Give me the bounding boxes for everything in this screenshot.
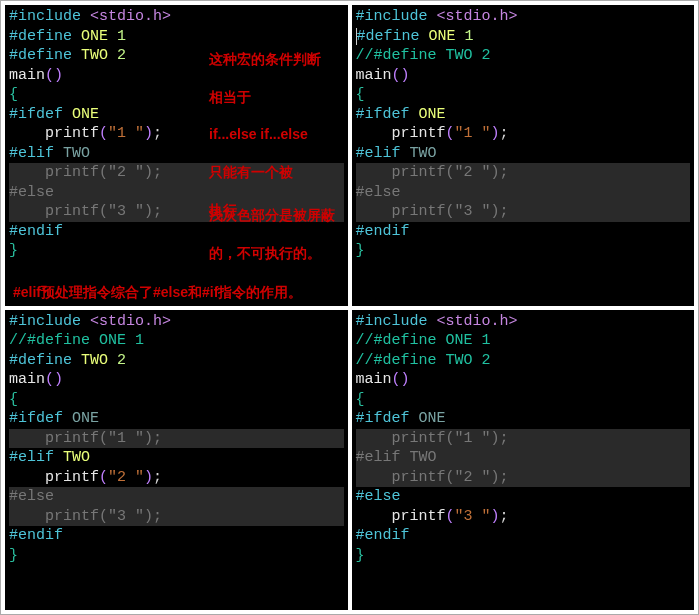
tok-s3: "3 "	[455, 203, 491, 220]
code-line: printf("1 ");	[356, 124, 691, 144]
tok-rparen: )	[491, 469, 500, 486]
tok-lparen: (	[99, 125, 108, 142]
tok-semi: ;	[153, 125, 162, 142]
code-line: {	[356, 85, 691, 105]
tok-rbrace: }	[9, 242, 18, 259]
tok-one: ONE	[419, 106, 446, 123]
tok-lparen: (	[392, 67, 401, 84]
code-line: #ifdef ONE	[9, 105, 344, 125]
tok-rparen: )	[54, 67, 63, 84]
tok-semi: ;	[153, 469, 162, 486]
tok-rparen: )	[144, 125, 153, 142]
code-line: //#define ONE 1	[356, 331, 691, 351]
code-line: main()	[356, 66, 691, 86]
code-line-inactive: #elif TWO	[356, 448, 691, 468]
tok-one: ONE	[429, 28, 456, 45]
code-line-inactive: printf("2 ");	[9, 163, 344, 183]
code-line: #include <stdio.h>	[356, 7, 691, 27]
tok-lparen: (	[446, 508, 455, 525]
tok-printf: printf	[45, 469, 99, 486]
tok-elif: #elif	[356, 449, 401, 466]
tok-rparen: )	[401, 67, 410, 84]
tok-else: #else	[9, 184, 54, 201]
code-line-inactive: printf("3 ");	[9, 202, 344, 222]
annotation-bottom: #elif预处理指令综合了#else和#if指令的作用。	[9, 281, 344, 303]
tok-printf: printf	[392, 430, 446, 447]
tok-lparen: (	[446, 125, 455, 142]
tok-define: #define	[9, 47, 72, 64]
tok-two: TWO	[63, 449, 90, 466]
tok-rparen: )	[144, 430, 153, 447]
tok-lparen: (	[99, 164, 108, 181]
tok-ifdef: #ifdef	[9, 106, 63, 123]
tok-printf: printf	[392, 203, 446, 220]
tok-stdio: <stdio.h>	[90, 313, 171, 330]
code-line: #endif	[9, 526, 344, 546]
tok-lbrace: {	[9, 391, 18, 408]
code-line: {	[9, 390, 344, 410]
code-line: #elif TWO	[9, 448, 344, 468]
tok-s1: "1 "	[455, 430, 491, 447]
tok-n1: 1	[465, 28, 474, 45]
tok-comment-def-two: //#define TWO 2	[356, 352, 491, 369]
code-line: #elif TWO	[356, 144, 691, 164]
tok-one: ONE	[72, 106, 99, 123]
code-line: #define ONE 1	[356, 27, 691, 47]
code-line: #else	[356, 487, 691, 507]
tok-printf: printf	[45, 203, 99, 220]
tok-lparen: (	[45, 67, 54, 84]
tok-lbrace: {	[356, 86, 365, 103]
tok-rparen: )	[144, 203, 153, 220]
tok-printf: printf	[45, 508, 99, 525]
tok-comment-def-two: //#define TWO 2	[356, 47, 491, 64]
code-line: #define TWO 2	[9, 351, 344, 371]
tok-lbrace: {	[9, 86, 18, 103]
tok-one: ONE	[81, 28, 108, 45]
code-line: //#define TWO 2	[356, 351, 691, 371]
tok-ifdef: #ifdef	[356, 106, 410, 123]
code-line: //#define ONE 1	[9, 331, 344, 351]
tok-two: TWO	[63, 145, 90, 162]
tok-s3: "3 "	[108, 508, 144, 525]
tok-s2: "2 "	[455, 164, 491, 181]
tok-n2: 2	[117, 352, 126, 369]
tok-main: main	[9, 371, 45, 388]
code-line: main()	[356, 370, 691, 390]
tok-one: ONE	[419, 410, 446, 427]
tok-semi: ;	[500, 469, 509, 486]
tok-rparen: )	[491, 125, 500, 142]
tok-lparen: (	[99, 203, 108, 220]
code-line: }	[9, 546, 344, 566]
tok-rparen: )	[401, 371, 410, 388]
tok-stdio: <stdio.h>	[90, 8, 171, 25]
tok-s1: "1 "	[108, 125, 144, 142]
tok-rparen: )	[491, 430, 500, 447]
code-line: main()	[9, 66, 344, 86]
tok-endif: #endif	[356, 527, 410, 544]
tok-elif: #elif	[356, 145, 401, 162]
tok-rbrace: }	[356, 242, 365, 259]
tok-semi: ;	[500, 508, 509, 525]
code-line: }	[9, 241, 344, 261]
code-line: //#define TWO 2	[356, 46, 691, 66]
tok-lparen: (	[446, 203, 455, 220]
tok-endif: #endif	[356, 223, 410, 240]
code-line: }	[356, 241, 691, 261]
code-line: #endif	[356, 526, 691, 546]
code-line: #define TWO 2	[9, 46, 344, 66]
tok-define: #define	[357, 28, 420, 45]
tok-n2: 2	[117, 47, 126, 64]
tok-rparen: )	[54, 371, 63, 388]
tok-printf: printf	[392, 469, 446, 486]
tok-lparen: (	[99, 508, 108, 525]
code-line: printf("2 ");	[9, 468, 344, 488]
tok-else: #else	[356, 488, 401, 505]
tok-include: #include	[356, 313, 428, 330]
tok-rbrace: }	[9, 547, 18, 564]
code-line: #include <stdio.h>	[9, 7, 344, 27]
tok-comment-def-one: //#define ONE 1	[9, 332, 144, 349]
tok-lparen: (	[99, 430, 108, 447]
tok-endif: #endif	[9, 223, 63, 240]
tok-lparen: (	[446, 430, 455, 447]
code-line: #define ONE 1	[9, 27, 344, 47]
